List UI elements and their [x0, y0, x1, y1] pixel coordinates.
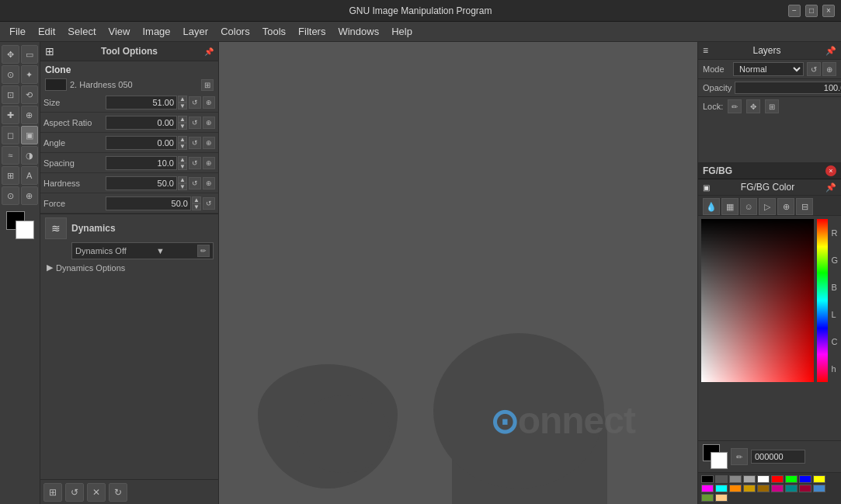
color-swatch-brown[interactable] [757, 485, 770, 492]
layers-mode-extra-icon[interactable]: ⊕ [822, 62, 836, 76]
tool-smudge[interactable]: ≈ [2, 146, 19, 165]
layers-lock-move-icon[interactable]: ✥ [746, 99, 760, 113]
tool-options-pin[interactable]: 📌 [204, 47, 214, 56]
aspect-ratio-up[interactable]: ▲ [178, 116, 187, 123]
minimize-button[interactable]: − [788, 5, 801, 17]
brush-edit-button[interactable]: ⊞ [201, 79, 214, 91]
fgbg-tab-face[interactable]: ☺ [740, 198, 757, 215]
tool-options-delete-button[interactable]: ✕ [87, 483, 106, 502]
tool-free-select[interactable]: ⊙ [2, 65, 19, 84]
tool-crop[interactable]: ⊡ [2, 85, 19, 104]
color-swatch-peach[interactable] [715, 494, 728, 502]
color-swatch-magenta[interactable] [701, 485, 714, 492]
color-swatch-red[interactable] [771, 475, 784, 483]
size-reset-icon[interactable]: ↺ [189, 96, 201, 109]
menu-edit[interactable]: Edit [32, 23, 61, 40]
fg-bg-widget[interactable] [6, 211, 34, 239]
menu-colors[interactable]: Colors [214, 23, 256, 40]
aspect-ratio-reset-icon[interactable]: ↺ [189, 116, 201, 129]
angle-reset-icon[interactable]: ↺ [189, 137, 201, 149]
aspect-ratio-down[interactable]: ▼ [178, 123, 187, 130]
layers-opacity-input[interactable] [735, 82, 841, 94]
color-swatch-mgray[interactable] [729, 475, 742, 483]
tool-options-reset-button[interactable]: ↻ [109, 483, 127, 502]
force-down[interactable]: ▼ [192, 203, 201, 210]
layers-lock-pixels-icon[interactable]: ✏ [728, 99, 742, 113]
menu-filters[interactable]: Filters [292, 23, 332, 40]
color-swatch-blue[interactable] [799, 475, 811, 483]
tool-eraser[interactable]: ◻ [2, 126, 19, 144]
menu-windows[interactable]: Windows [332, 23, 385, 40]
tool-move[interactable]: ✥ [2, 45, 19, 64]
aspect-ratio-input[interactable] [106, 116, 177, 130]
tool-color-pick[interactable]: ⊙ [2, 186, 19, 205]
dynamics-options-row[interactable]: ▶ Dynamics Options [45, 259, 214, 274]
fgbg-tab-pattern[interactable]: ▦ [721, 198, 738, 215]
color-swatch-skyblue[interactable] [813, 485, 825, 492]
layers-mode-select[interactable]: Normal [733, 62, 804, 76]
tool-fuzzy-select[interactable]: ✦ [21, 65, 39, 84]
tool-align[interactable]: ⊞ [2, 166, 19, 185]
spacing-reset-icon[interactable]: ↺ [189, 157, 201, 169]
tool-dodge[interactable]: ◑ [21, 146, 39, 165]
color-swatch-green[interactable] [785, 475, 798, 483]
layers-pin-icon[interactable]: 📌 [825, 46, 836, 56]
color-swatch-yellow[interactable] [813, 475, 825, 483]
tool-options-undo-button[interactable]: ↺ [65, 483, 84, 502]
swatch-edit-button[interactable]: ✏ [731, 448, 748, 465]
bg-swatch[interactable] [711, 452, 728, 469]
color-swatch-olive[interactable] [701, 494, 714, 502]
spacing-up[interactable]: ▲ [178, 156, 187, 163]
tool-options-save-button[interactable]: ⊞ [43, 483, 62, 502]
dynamics-dropdown[interactable]: Dynamics Off ▼ ✏ [71, 242, 214, 259]
dynamics-edit-icon[interactable]: ✏ [197, 245, 210, 257]
color-swatch-cyan[interactable] [715, 485, 728, 492]
tool-rect-select[interactable]: ▭ [21, 45, 39, 64]
size-down[interactable]: ▼ [178, 103, 187, 109]
hardness-down[interactable]: ▼ [178, 183, 187, 190]
fg-bg-swatch[interactable] [703, 444, 728, 469]
size-input[interactable] [106, 96, 177, 109]
menu-layer[interactable]: Layer [177, 23, 215, 40]
aspect-ratio-link-icon[interactable]: ⊕ [203, 116, 215, 129]
tool-heal[interactable]: ✚ [2, 106, 19, 124]
size-link-icon[interactable]: ⊕ [203, 96, 215, 109]
fgbg-close-button[interactable]: × [825, 165, 836, 176]
color-gradient[interactable] [701, 219, 814, 382]
color-swatch-lgray[interactable] [743, 475, 756, 483]
fgbg-tab-watercolor[interactable]: 💧 [703, 198, 720, 215]
tool-transform[interactable]: ⟲ [21, 85, 39, 104]
fgbg-tab-minus[interactable]: ⊟ [796, 198, 813, 215]
fgbg-pin-icon[interactable]: 📌 [825, 182, 836, 193]
color-swatch-teal[interactable] [785, 485, 798, 492]
menu-view[interactable]: View [103, 23, 137, 40]
force-reset-icon[interactable]: ↺ [203, 197, 215, 210]
tool-text[interactable]: A [21, 166, 39, 185]
angle-up[interactable]: ▲ [178, 136, 187, 143]
fgbg-tab-plus[interactable]: ⊕ [777, 198, 794, 215]
layers-lock-all-icon[interactable]: ⊞ [765, 99, 779, 113]
menu-image[interactable]: Image [136, 23, 176, 40]
tool-zoom[interactable]: ⊕ [21, 186, 39, 205]
menu-file[interactable]: File [3, 23, 32, 40]
hardness-input[interactable] [106, 176, 177, 190]
spacing-down[interactable]: ▼ [178, 163, 187, 170]
force-input[interactable] [106, 196, 191, 210]
color-swatch-purple[interactable] [771, 485, 784, 492]
close-button[interactable]: × [822, 5, 835, 17]
angle-link-icon[interactable]: ⊕ [203, 137, 215, 149]
tool-stamp[interactable]: ▣ [21, 126, 39, 144]
color-swatch-gold[interactable] [743, 485, 756, 492]
force-up[interactable]: ▲ [192, 196, 201, 203]
hardness-up[interactable]: ▲ [178, 176, 187, 183]
menu-help[interactable]: Help [385, 23, 419, 40]
canvas-area[interactable]: ⊙onnect [219, 42, 697, 504]
color-swatch-dgray[interactable] [715, 475, 728, 483]
spacing-link-icon[interactable]: ⊕ [203, 157, 215, 169]
menu-tools[interactable]: Tools [256, 23, 292, 40]
menu-select[interactable]: Select [61, 23, 102, 40]
angle-input[interactable] [106, 136, 177, 150]
angle-down[interactable]: ▼ [178, 143, 187, 150]
hex-color-input[interactable] [751, 450, 805, 464]
layers-mode-refresh-icon[interactable]: ↺ [807, 62, 821, 76]
